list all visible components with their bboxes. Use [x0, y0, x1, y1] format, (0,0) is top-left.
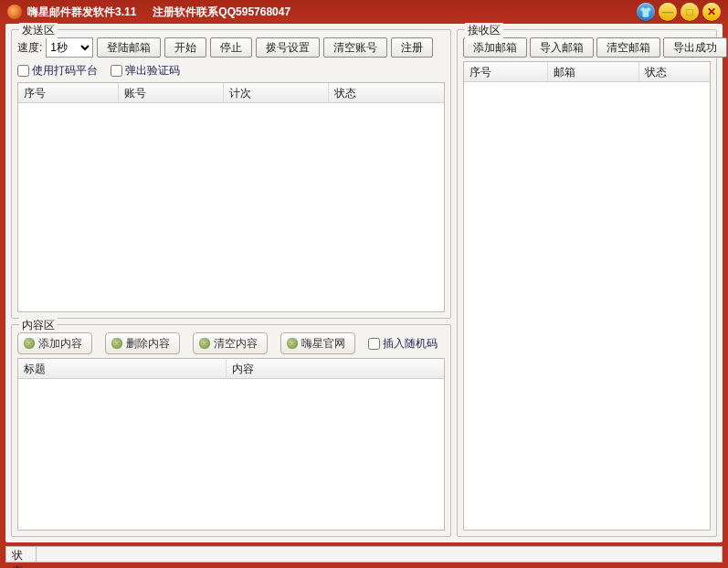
dial-settings-button[interactable]: 拨号设置	[256, 37, 320, 58]
use-dama-check[interactable]: 使用打码平台	[17, 63, 98, 79]
register-button[interactable]: 注册	[391, 37, 433, 58]
popup-captcha-check[interactable]: 弹出验证码	[111, 63, 180, 79]
content-legend: 内容区	[19, 318, 58, 333]
content-table: 标题 内容	[17, 358, 445, 531]
speed-label: 速度:	[17, 40, 42, 56]
minimize-button[interactable]: —	[659, 3, 677, 21]
send-group: 发送区 速度: 1秒 登陆邮箱 开始 停止 拨号设置 清空账号 注册	[11, 29, 451, 319]
content-group: 内容区 添加内容 删除内容 清空内容 嗨星官网 插入随机码 标题 内容	[11, 324, 451, 537]
status-label: 状态	[5, 546, 37, 563]
official-site-button[interactable]: 嗨星官网	[280, 332, 355, 354]
receive-group: 接收区 添加邮箱 导入邮箱 清空邮箱 导出成功 0 序号 邮箱 状态	[457, 29, 717, 537]
receive-table-body[interactable]	[464, 82, 710, 530]
clear-content-button[interactable]: 清空内容	[193, 332, 268, 354]
content-col-body[interactable]: 内容	[227, 359, 444, 378]
send-legend: 发送区	[19, 23, 58, 38]
stop-button[interactable]: 停止	[210, 37, 252, 58]
add-content-button[interactable]: 添加内容	[17, 332, 92, 354]
insert-random-checkbox[interactable]	[368, 338, 380, 350]
send-col-count[interactable]: 计次	[224, 83, 329, 102]
send-table: 序号 账号 计次 状态	[17, 82, 445, 312]
send-table-body[interactable]	[18, 103, 444, 311]
status-content	[37, 546, 723, 563]
receive-table: 序号 邮箱 状态	[463, 61, 711, 531]
app-subtitle: 注册软件联系QQ595768047	[153, 5, 290, 20]
send-col-index[interactable]: 序号	[18, 83, 119, 102]
clear-mailbox-button[interactable]: 清空邮箱	[596, 37, 660, 58]
export-success-button[interactable]: 导出成功	[663, 37, 727, 58]
client-area: 发送区 速度: 1秒 登陆邮箱 开始 停止 拨号设置 清空账号 注册	[5, 24, 723, 542]
start-button[interactable]: 开始	[164, 37, 206, 58]
login-mailbox-button[interactable]: 登陆邮箱	[97, 37, 161, 58]
app-icon	[7, 5, 22, 19]
content-col-title[interactable]: 标题	[18, 359, 227, 378]
clear-accounts-button[interactable]: 清空账号	[323, 37, 387, 58]
title-bar[interactable]: 嗨星邮件群发软件3.11 注册软件联系QQ595768047 👕 — □ ✕	[0, 0, 728, 24]
recv-col-index[interactable]: 序号	[464, 62, 548, 81]
recv-col-mailbox[interactable]: 邮箱	[548, 62, 639, 81]
receive-legend: 接收区	[465, 23, 503, 38]
receive-table-header: 序号 邮箱 状态	[464, 62, 710, 82]
delete-content-button[interactable]: 删除内容	[105, 332, 180, 354]
send-table-header: 序号 账号 计次 状态	[18, 83, 444, 103]
app-title: 嗨星邮件群发软件3.11	[27, 5, 136, 20]
skin-button[interactable]: 👕	[637, 3, 655, 21]
send-col-account[interactable]: 账号	[119, 83, 224, 102]
import-mailbox-button[interactable]: 导入邮箱	[530, 37, 594, 58]
app-window: 嗨星邮件群发软件3.11 注册软件联系QQ595768047 👕 — □ ✕ 发…	[0, 0, 728, 568]
content-table-body[interactable]	[18, 379, 444, 530]
add-mailbox-button[interactable]: 添加邮箱	[463, 37, 527, 58]
recv-col-status[interactable]: 状态	[639, 62, 710, 81]
close-button[interactable]: ✕	[702, 3, 721, 21]
content-table-header: 标题 内容	[18, 359, 444, 379]
use-dama-checkbox[interactable]	[17, 65, 29, 77]
send-col-status[interactable]: 状态	[329, 83, 444, 102]
speed-select[interactable]: 1秒	[46, 37, 93, 58]
status-bar: 状态	[5, 546, 723, 563]
maximize-button[interactable]: □	[681, 3, 699, 21]
insert-random-check[interactable]: 插入随机码	[368, 336, 438, 352]
popup-captcha-checkbox[interactable]	[111, 65, 122, 77]
